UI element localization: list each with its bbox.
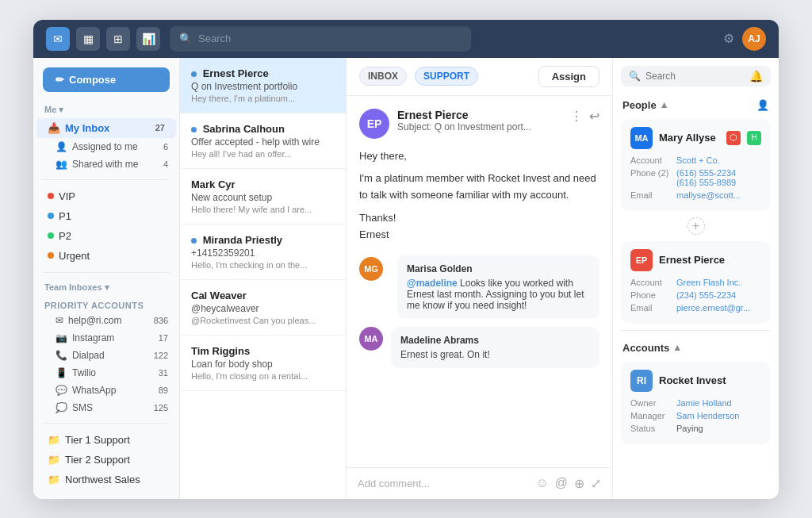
mail-nav-icon[interactable]: ✉ [46,27,70,51]
sidebar-item-p1[interactable]: P1 [36,206,176,226]
people-chevron-icon[interactable]: ▲ [660,99,669,110]
sidebar-item-assigned-to-me[interactable]: 👤 Assigned to me 6 [33,138,179,155]
right-panel-search[interactable]: 🔍 🔔 [621,66,771,86]
email-sender-info: Ernest Pierce Subject: Q on Investment p… [397,109,570,132]
sidebar-item-sms[interactable]: 💭 SMS 125 [33,399,179,416]
nav-right: ⚙ AJ [723,27,766,51]
global-search-bar[interactable]: 🔍 [170,26,471,52]
sidebar-item-dialpad[interactable]: 📞 Dialpad 122 [33,347,179,364]
analytics-nav-icon[interactable]: 📊 [136,27,160,51]
person-card-mary-allyse: MA Mary Allyse ⬡ H Account Scott + Co. P… [621,119,771,211]
inbox-tag[interactable]: INBOX [359,67,407,86]
sidebar-item-my-inbox[interactable]: 📥 My Inbox 27 [36,118,176,138]
accounts-section-header: Accounts ▲ [613,337,779,359]
emoji-icon[interactable]: ☺ [535,476,548,491]
ernest-pierce-avatar: EP [630,249,653,271]
rp-notification-icon[interactable]: 🔔 [749,70,763,82]
sidebar-item-instagram[interactable]: 📷 Instagram 17 [33,329,179,347]
accounts-chevron-icon[interactable]: ▲ [672,342,682,353]
settings-icon[interactable]: ⚙ [723,31,734,46]
compose-icon: ✏ [56,74,64,86]
inbox-group-icon-2: 📁 [48,454,60,466]
team-inboxes-label[interactable]: Team Inboxes ▾ [33,279,179,296]
comment-madeline-abrams: MA Madeline Abrams Ernest is great. On i… [359,327,599,368]
reply-icon[interactable]: ↩ [589,109,599,124]
right-panel: 🔍 🔔 People ▲ 👤 MA Mary Allyse ⬡ H Accoun… [612,58,779,499]
add-person-icon[interactable]: 👤 [756,99,769,111]
app-window: ✉ ▦ ⊞ 📊 🔍 ⚙ AJ ✏ Compose Me ▾ 📥 My Inbox [33,20,779,499]
marisa-avatar: MG [359,257,383,281]
sidebar-item-tier2[interactable]: 📁 Tier 2 Support [36,450,176,470]
comment-marisa-golden: MG Marisa Golden @madeline Looks like yo… [359,255,599,319]
email-header: EP Ernest Pierce Subject: Q on Investmen… [359,109,599,139]
main-body: ✏ Compose Me ▾ 📥 My Inbox 27 👤 Assigned … [33,58,779,499]
add-person-button[interactable]: + [688,217,705,235]
marisa-comment-text: @madeline Looks like you worked with Ern… [407,278,590,311]
sidebar-item-shared-with-me[interactable]: 👥 Shared with me 4 [33,155,179,173]
hubspot-crm-icon[interactable]: H [747,131,761,145]
support-tag[interactable]: SUPPORT [415,67,478,86]
sidebar-divider-2 [43,272,170,273]
expand-icon[interactable]: ⤢ [591,476,601,491]
comment-input-bar: ☺ @ ⊕ ⤢ [347,467,612,499]
sidebar-divider-1 [43,179,170,180]
sidebar-item-whatsapp[interactable]: 💬 WhatsApp 89 [33,382,179,399]
at-mention-icon[interactable]: @ [555,476,568,491]
compose-button[interactable]: ✏ Compose [43,67,170,92]
conversation-list: Ernest Pierce Q on Investment portfolio … [180,58,347,499]
p2-tag-dot [48,232,54,239]
assign-button[interactable]: Assign [538,66,599,87]
conv-item-ernest-pierce[interactable]: Ernest Pierce Q on Investment portfolio … [180,58,346,113]
unread-dot [191,238,197,244]
urgent-tag-dot [48,252,54,259]
contacts-nav-icon[interactable]: ⊞ [106,27,130,51]
user-avatar[interactable]: AJ [742,27,766,51]
marisa-comment-content: Marisa Golden @madeline Looks like you w… [397,255,599,319]
email-sender-avatar: EP [359,109,389,139]
person-card-ernest-pierce: EP Ernest Pierce Account Green Flash Inc… [621,241,771,324]
sidebar-item-tier1[interactable]: 📁 Tier 1 Support [36,430,176,450]
people-section-header: People ▲ 👤 [613,94,779,116]
comment-icons: ☺ @ ⊕ ⤢ [535,476,601,491]
conv-item-sabrina-calhoun[interactable]: Sabrina Calhoun Offer accepted - help wi… [180,113,346,169]
top-nav: ✉ ▦ ⊞ 📊 🔍 ⚙ AJ [33,20,779,58]
sidebar-item-vip[interactable]: VIP [36,186,176,206]
search-icon: 🔍 [179,33,192,44]
calendar-nav-icon[interactable]: ▦ [76,27,100,51]
sidebar-divider-3 [43,423,170,424]
shared-icon: 👥 [56,159,67,170]
sidebar-item-help-ri[interactable]: ✉ help@ri.com 836 [33,312,179,329]
inbox-icon: 📥 [48,122,60,134]
attachment-icon[interactable]: ⊕ [574,476,584,491]
salesforce-crm-icon[interactable]: ⬡ [726,131,741,145]
nav-icons: ✉ ▦ ⊞ 📊 [46,27,160,51]
sms-icon: 💭 [56,402,67,413]
sidebar-item-twilio[interactable]: 📱 Twilio 31 [33,364,179,382]
person-icon: 👤 [56,141,67,152]
sidebar-item-northwest[interactable]: 📁 Northwest Sales [36,470,176,489]
email-thread: EP Ernest Pierce Subject: Q on Investmen… [347,96,612,467]
sidebar-item-p2[interactable]: P2 [36,226,176,246]
rp-search-input[interactable] [645,71,745,82]
comment-input[interactable] [358,478,529,489]
email-account-icon: ✉ [56,315,63,326]
global-search-input[interactable] [198,33,462,44]
rocket-invest-icon: RI [630,370,653,392]
unread-dot [191,71,197,77]
more-options-icon[interactable]: ⋮ [570,109,583,124]
conv-item-miranda-priestly[interactable]: Miranda Priestly +14152359201 Hello, I'm… [180,224,346,280]
conv-item-mark-cyr[interactable]: Mark Cyr New account setup Hello there! … [180,169,346,224]
dialpad-icon: 📞 [56,350,67,361]
inbox-group-icon-3: 📁 [48,474,60,485]
conv-item-tim-riggins[interactable]: Tim Riggins Loan for body shop Hello, I'… [180,336,346,391]
mary-allyse-avatar: MA [630,127,653,149]
email-body: Hey there, I'm a platinum member with Ro… [359,148,599,244]
sidebar-item-urgent[interactable]: Urgent [36,246,176,266]
vip-tag-dot [48,193,54,199]
email-actions: ⋮ ↩ [570,109,599,124]
sidebar: ✏ Compose Me ▾ 📥 My Inbox 27 👤 Assigned … [33,58,180,499]
main-content: INBOX SUPPORT Assign EP Ernest Pierce Su… [347,58,612,499]
twilio-icon: 📱 [56,367,67,378]
account-card-rocket-invest: RI Rocket Invest Owner Jamie Holland Man… [621,362,771,444]
conv-item-cal-weaver[interactable]: Cal Weaver @heycalweaver @RocketInvest C… [180,280,346,336]
